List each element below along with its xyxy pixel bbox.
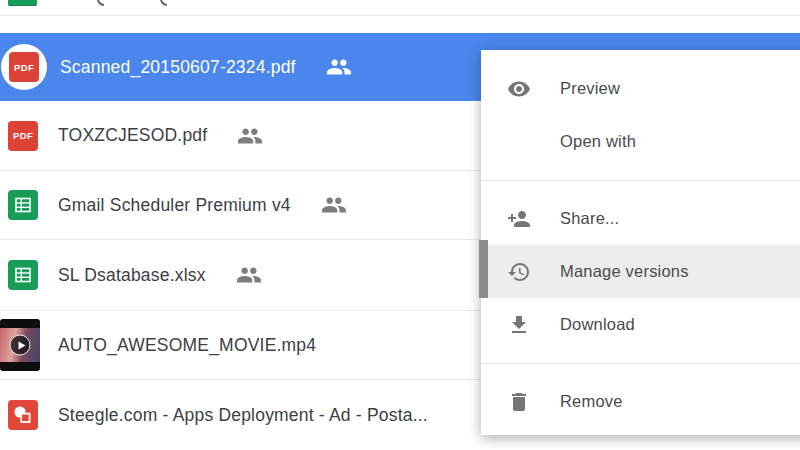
menu-divider bbox=[481, 180, 800, 181]
video-thumbnail-icon bbox=[0, 319, 40, 371]
menu-item-label: Download bbox=[560, 315, 635, 334]
file-name: TOXZCJESOD.pdf bbox=[58, 125, 207, 146]
play-icon bbox=[10, 335, 31, 356]
sheets-file-icon bbox=[8, 260, 38, 290]
shared-people-icon bbox=[326, 54, 352, 80]
drawing-file-icon bbox=[8, 400, 38, 430]
menu-item-label: Remove bbox=[560, 392, 623, 411]
file-row-partial[interactable] bbox=[0, 0, 800, 16]
menu-item-label: Open with bbox=[560, 132, 636, 151]
sheets-file-icon bbox=[8, 190, 38, 220]
menu-item-remove[interactable]: Remove bbox=[481, 375, 800, 428]
shared-people-icon bbox=[237, 123, 263, 149]
no-icon bbox=[507, 130, 537, 154]
sheets-file-icon bbox=[8, 0, 37, 6]
file-name: Scanned_20150607-2324.pdf bbox=[60, 57, 296, 78]
person-add-icon bbox=[507, 207, 537, 231]
file-name: Steegle.com - Apps Deployment - Ad - Pos… bbox=[58, 405, 428, 426]
pdf-file-icon: PDF bbox=[9, 52, 39, 82]
shared-people-icon bbox=[236, 262, 262, 288]
eye-icon bbox=[507, 77, 537, 101]
cutoff-text-fragment bbox=[160, 0, 167, 6]
context-menu: Preview Open with Share... Manage versio… bbox=[481, 50, 800, 435]
menu-item-open-with[interactable]: Open with bbox=[481, 115, 800, 168]
row-gap bbox=[0, 16, 800, 33]
file-name: SL Dsatabase.xlsx bbox=[58, 265, 206, 286]
file-name: Gmail Scheduler Premium v4 bbox=[58, 195, 291, 216]
pdf-file-icon: PDF bbox=[8, 121, 38, 151]
menu-item-download[interactable]: Download bbox=[481, 298, 800, 351]
menu-item-share[interactable]: Share... bbox=[481, 192, 800, 245]
menu-item-label: Manage versions bbox=[560, 262, 689, 281]
menu-item-label: Share... bbox=[560, 209, 619, 228]
download-icon bbox=[507, 313, 537, 337]
menu-item-manage-versions[interactable]: Manage versions bbox=[481, 245, 800, 298]
menu-divider bbox=[481, 363, 800, 364]
cutoff-text-fragment bbox=[97, 0, 104, 6]
trash-icon bbox=[507, 390, 537, 414]
file-name: AUTO_AWESOME_MOVIE.mp4 bbox=[58, 335, 316, 356]
menu-item-label: Preview bbox=[560, 79, 620, 98]
history-icon bbox=[507, 260, 537, 284]
scrollbar-thumb[interactable] bbox=[479, 240, 488, 298]
selected-file-icon-circle: PDF bbox=[1, 44, 47, 90]
menu-item-preview[interactable]: Preview bbox=[481, 62, 800, 115]
shared-people-icon bbox=[321, 192, 347, 218]
